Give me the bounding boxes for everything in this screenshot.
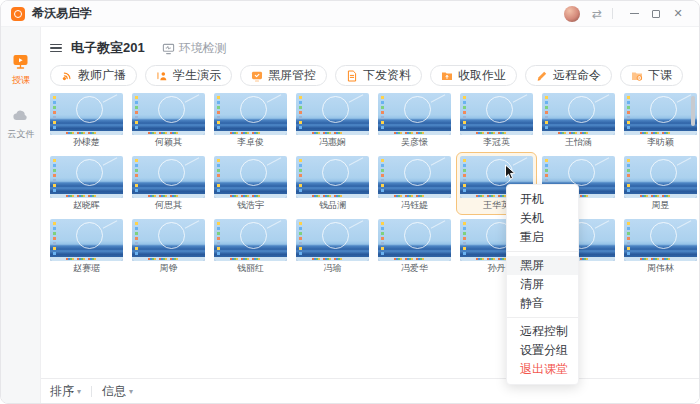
thumbnail-taskbar	[214, 194, 287, 198]
desktop-icons	[299, 222, 302, 225]
context-menu-item[interactable]: 远程控制	[507, 322, 578, 341]
student-card[interactable]: 钱品澜	[292, 152, 373, 215]
student-card[interactable]: 孙棣楚	[46, 89, 127, 152]
wallpaper-streak	[103, 220, 118, 228]
toolbar-button[interactable]: 收取作业	[430, 65, 517, 86]
toolbar-button[interactable]: 学生演示	[145, 65, 232, 86]
student-card[interactable]: 周昱	[620, 152, 700, 215]
desktop-icons	[135, 222, 138, 225]
student-screen-thumbnail[interactable]	[460, 93, 533, 135]
desktop-icons	[545, 96, 548, 99]
collect-homework-icon	[441, 70, 453, 82]
student-card[interactable]: 钱丽红	[210, 215, 291, 278]
blackscreen-icon	[251, 70, 263, 82]
context-menu-item[interactable]: 关机	[507, 209, 578, 228]
student-screen-thumbnail[interactable]	[214, 156, 287, 198]
minimize-button[interactable]	[623, 5, 645, 23]
student-card[interactable]: 冯爱华	[374, 215, 455, 278]
context-menu-item[interactable]: 开机	[507, 190, 578, 209]
context-menu-item[interactable]: 设置分组	[507, 341, 578, 360]
student-screen-thumbnail[interactable]	[624, 93, 697, 135]
user-avatar[interactable]	[564, 6, 580, 22]
wallpaper-streak	[595, 94, 610, 102]
student-screen-thumbnail[interactable]	[542, 93, 615, 135]
menu-divider	[507, 251, 578, 252]
student-card[interactable]: 周伟林	[620, 215, 700, 278]
sidebar-item-idx1[interactable]: 云文件	[1, 107, 41, 141]
student-card[interactable]: 冯惠娴	[292, 89, 373, 152]
student-screen-thumbnail[interactable]	[296, 156, 369, 198]
student-screen-thumbnail[interactable]	[214, 93, 287, 135]
student-screen-thumbnail[interactable]	[378, 156, 451, 198]
student-screen-thumbnail[interactable]	[132, 219, 205, 261]
close-button[interactable]: ✕	[667, 5, 689, 23]
toolbar-button[interactable]: 下课	[620, 65, 683, 86]
student-card[interactable]: 钱浩宇	[210, 152, 291, 215]
student-card[interactable]: 赵赛琚	[46, 215, 127, 278]
student-card[interactable]: 冯瑜	[292, 215, 373, 278]
student-card[interactable]: 冯钰媞	[374, 152, 455, 215]
wallpaper-circle	[240, 222, 267, 249]
student-card[interactable]: 赵晓晖	[46, 152, 127, 215]
context-menu-item[interactable]: 清屏	[507, 275, 578, 294]
sort-label: 排序	[50, 383, 74, 400]
context-menu-item[interactable]: 重启	[507, 228, 578, 247]
student-screen-thumbnail[interactable]	[50, 93, 123, 135]
thumbnail-taskbar	[50, 194, 123, 198]
student-screen-thumbnail[interactable]	[624, 156, 697, 198]
maximize-button[interactable]	[645, 5, 667, 23]
toolbar-button[interactable]: 教师广播	[50, 65, 137, 86]
student-card[interactable]: 何思其	[128, 152, 209, 215]
wallpaper-streak	[431, 220, 446, 228]
toolbar-button[interactable]: 远程命令	[525, 65, 612, 86]
wallpaper-streak	[103, 157, 118, 165]
student-screen-thumbnail[interactable]	[378, 219, 451, 261]
student-card[interactable]: 周铮	[128, 215, 209, 278]
student-screen-thumbnail[interactable]	[296, 219, 369, 261]
student-screen-thumbnail[interactable]	[50, 156, 123, 198]
env-check-label: 环境检测	[179, 40, 227, 57]
vertical-scrollbar[interactable]	[691, 96, 695, 126]
context-menu-item[interactable]: 静音	[507, 294, 578, 313]
context-menu: 开机关机重启黑屏清屏静音远程控制设置分组退出课堂	[506, 184, 579, 385]
student-card[interactable]: 李冠英	[456, 89, 537, 152]
student-screen-thumbnail[interactable]	[624, 219, 697, 261]
wallpaper-streak	[103, 94, 118, 102]
desktop-icons	[463, 159, 466, 162]
student-screen-thumbnail[interactable]	[214, 219, 287, 261]
student-card[interactable]: 李昉颖	[620, 89, 700, 152]
student-card[interactable]: 吴彦憬	[374, 89, 455, 152]
maximize-icon	[652, 10, 660, 18]
context-menu-item[interactable]: 黑屏	[507, 256, 578, 275]
thumbnail-taskbar	[296, 194, 369, 198]
wallpaper-circle	[240, 96, 267, 123]
toolbar-button[interactable]: 黑屏管控	[240, 65, 327, 86]
info-dropdown[interactable]: 信息 ▾	[102, 383, 133, 400]
wallpaper-streak	[595, 157, 610, 165]
context-menu-item[interactable]: 退出课堂	[507, 360, 578, 379]
student-card[interactable]: 何颖其	[128, 89, 209, 152]
student-screen-thumbnail[interactable]	[296, 93, 369, 135]
student-card[interactable]: 李卓俊	[210, 89, 291, 152]
student-card[interactable]: 王怡涵	[538, 89, 619, 152]
switch-account-icon[interactable]: ⇄	[592, 7, 602, 21]
student-screen-thumbnail[interactable]	[132, 93, 205, 135]
student-screen-thumbnail[interactable]	[50, 219, 123, 261]
desktop-icons	[299, 159, 302, 162]
student-name: 何思其	[155, 200, 182, 211]
hamburger-icon[interactable]	[50, 44, 62, 53]
wallpaper-streak	[595, 220, 610, 228]
student-name: 何颖其	[155, 137, 182, 148]
env-check-button[interactable]: 环境检测	[162, 40, 227, 57]
toolbar-button[interactable]: 下发资料	[335, 65, 422, 86]
student-screen-thumbnail[interactable]	[132, 156, 205, 198]
sort-dropdown[interactable]: 排序 ▾	[50, 383, 81, 400]
titlebar-divider	[612, 8, 613, 19]
sidebar-item-active[interactable]: 授课	[1, 53, 41, 87]
student-screen-thumbnail[interactable]	[378, 93, 451, 135]
wallpaper-circle	[404, 96, 431, 123]
thumbnail-taskbar	[296, 257, 369, 261]
desktop-icons	[545, 159, 548, 162]
thumbnail-taskbar	[624, 194, 697, 198]
student-name: 李昉颖	[647, 137, 674, 148]
